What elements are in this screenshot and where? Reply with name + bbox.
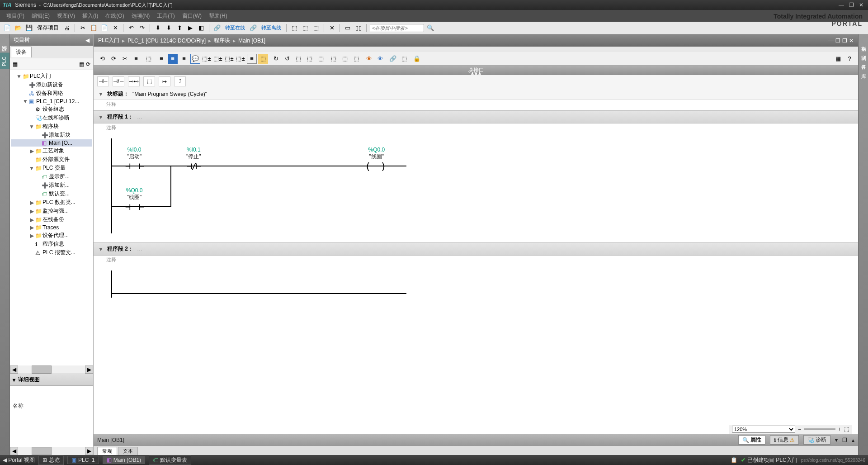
- et-btn-3[interactable]: ✂: [120, 54, 130, 64]
- redo-button[interactable]: ↷: [137, 24, 146, 33]
- palette-coil[interactable]: ⊸⊷: [128, 76, 140, 86]
- palette-nc-contact[interactable]: ⊣/⊢: [113, 76, 124, 86]
- et-network-copy[interactable]: ≡: [179, 54, 189, 64]
- tree-device-config[interactable]: ⚙设备组态: [11, 105, 92, 114]
- et-btn-26[interactable]: 🔗: [388, 54, 398, 64]
- menu-edit[interactable]: 编辑(E): [29, 11, 52, 21]
- et-btn-help[interactable]: ?: [844, 54, 854, 64]
- block-comment[interactable]: 注释: [94, 100, 858, 110]
- search-input[interactable]: [370, 24, 424, 32]
- et-btn-1[interactable]: ⟲: [97, 54, 107, 64]
- scroll-right-icon[interactable]: ▶: [85, 365, 93, 374]
- new-project-button[interactable]: 📄: [3, 24, 12, 33]
- delete-button[interactable]: ✕: [111, 24, 120, 33]
- crumb-project[interactable]: PLC入门: [98, 37, 119, 44]
- tree-tool-2[interactable]: ▦: [79, 61, 84, 67]
- network-2-header[interactable]: ▼ 程序段 2： …: [94, 242, 858, 256]
- et-btn-22[interactable]: ⬚: [340, 54, 350, 64]
- menu-options[interactable]: 选项(N): [129, 11, 153, 21]
- crumb-blocks[interactable]: 程序块: [214, 37, 230, 44]
- et-btn-5[interactable]: ⬚: [144, 54, 154, 64]
- coil-q0-0[interactable]: %Q0.0 "线圈" ( ): [365, 147, 388, 172]
- scroll-left-icon[interactable]: ◀: [10, 447, 18, 455]
- copy-button[interactable]: 📋: [89, 24, 98, 33]
- go-offline-icon[interactable]: 🔗: [249, 24, 258, 33]
- network-2-comment[interactable]: 注释: [94, 256, 858, 266]
- tree-add-block[interactable]: ➕添加新块: [11, 131, 92, 139]
- et-btn-20[interactable]: ⬚: [316, 54, 326, 64]
- et-network-cut[interactable]: ≡: [168, 54, 178, 64]
- print-button[interactable]: 🖨: [62, 24, 71, 33]
- et-btn-11[interactable]: ⬚±: [213, 54, 223, 64]
- zoom-fit-icon[interactable]: ⬚: [844, 426, 849, 432]
- restore-button[interactable]: ❐: [847, 2, 855, 8]
- et-btn-28[interactable]: 🔒: [412, 54, 422, 64]
- editor-minimize-icon[interactable]: —: [828, 38, 834, 44]
- tb-close-icon[interactable]: ✕: [327, 24, 336, 33]
- et-comment[interactable]: 💬: [190, 54, 200, 64]
- palette-branch-close[interactable]: ⤴: [174, 76, 186, 86]
- tree-program-blocks[interactable]: ▼📁程序块: [11, 122, 92, 131]
- props-tab-info[interactable]: ℹ信息⚠: [770, 435, 799, 445]
- et-btn-23[interactable]: ⬚: [351, 54, 361, 64]
- et-btn-14[interactable]: ≡: [247, 54, 257, 64]
- menu-insert[interactable]: 插入(I): [80, 11, 101, 21]
- tree-plc1[interactable]: ▼▣PLC_1 [CPU 12...: [11, 98, 92, 105]
- palette-branch-open[interactable]: ↦: [159, 76, 170, 86]
- et-btn-10[interactable]: ⬚±: [202, 54, 212, 64]
- palette-box[interactable]: ⬚: [143, 76, 155, 86]
- network-1-comment[interactable]: 注释: [94, 123, 858, 134]
- props-maximize-icon[interactable]: ❐: [842, 437, 847, 443]
- collapse-tree-icon[interactable]: ◀: [85, 37, 90, 43]
- et-network-new[interactable]: ≡: [156, 54, 166, 64]
- tree-main-ob1[interactable]: ◧Main [O...: [11, 139, 92, 147]
- editor-close-icon[interactable]: ✕: [849, 38, 854, 44]
- editor-restore-icon[interactable]: ❐: [842, 38, 847, 44]
- et-btn-4[interactable]: ≡: [131, 54, 141, 64]
- et-btn-15[interactable]: ⬚: [258, 54, 268, 64]
- et-btn-12[interactable]: ⬚±: [224, 54, 234, 64]
- right-vtab-instructions[interactable]: 指令: [859, 39, 868, 46]
- network-2-body[interactable]: [94, 266, 858, 311]
- tree-tool-3[interactable]: ⟳: [86, 61, 90, 67]
- crumb-main[interactable]: Main [OB1]: [238, 38, 265, 44]
- tb-icon-1[interactable]: ⬚: [290, 24, 299, 33]
- tree-show-all-tags[interactable]: 🏷显示所...: [11, 172, 92, 181]
- devices-tab[interactable]: 设备: [11, 47, 32, 57]
- tb-icon-3[interactable]: ⬚: [311, 24, 321, 33]
- compile-button[interactable]: ⬇: [153, 24, 162, 33]
- contact-q0-0[interactable]: %Q0.0 "线圈" ⊣ ⊢: [125, 187, 143, 212]
- go-offline-button[interactable]: 转至离线: [259, 24, 283, 31]
- tree-ext-sources[interactable]: 📁外部源文件: [11, 155, 92, 164]
- palette-no-contact[interactable]: ⊣⊢: [97, 76, 109, 86]
- right-vtab-tasks[interactable]: 任务: [859, 57, 868, 64]
- scroll-right-icon[interactable]: ▶: [85, 447, 93, 455]
- props-close-icon[interactable]: ▴: [852, 437, 854, 443]
- menu-tools[interactable]: 工具(T): [154, 11, 177, 21]
- upload-button[interactable]: ⬆: [175, 24, 184, 33]
- et-btn-17[interactable]: ↺: [282, 54, 292, 64]
- go-online-button[interactable]: 转至在线: [223, 24, 247, 31]
- menu-view[interactable]: 视图(V): [54, 11, 78, 21]
- tree-device-proxy[interactable]: ▶📁设备代理...: [11, 231, 92, 240]
- go-online-icon[interactable]: 🔗: [212, 24, 222, 33]
- props-tab-properties[interactable]: 🔍属性: [738, 435, 765, 445]
- et-btn-27[interactable]: ⬚: [399, 54, 409, 64]
- right-vtab-libs[interactable]: 库: [859, 66, 868, 73]
- zoom-slider[interactable]: [804, 428, 835, 430]
- close-button[interactable]: ✕: [857, 2, 865, 8]
- et-btn-2[interactable]: ⟳: [108, 54, 118, 64]
- tree-add-tag-table[interactable]: ➕添加新...: [11, 181, 92, 190]
- paste-button[interactable]: 📄: [100, 24, 109, 33]
- crumb-plc[interactable]: PLC_1 [CPU 1214C DC/DC/Rly]: [127, 38, 206, 44]
- undo-button[interactable]: ↶: [127, 24, 136, 33]
- menu-window[interactable]: 窗口(W): [179, 11, 204, 21]
- sim-button[interactable]: ▶: [186, 24, 195, 33]
- search-button[interactable]: 🔍: [426, 24, 435, 33]
- tree-devices-networks[interactable]: 🖧设备和网络: [11, 89, 92, 98]
- tree-tech-objects[interactable]: ▶📁工艺对象: [11, 147, 92, 155]
- props-subtab-general[interactable]: 常规: [97, 447, 117, 455]
- network-1-header[interactable]: ▼ 程序段 1： …: [94, 110, 858, 123]
- zoom-in-icon[interactable]: +: [838, 426, 841, 432]
- split-v-button[interactable]: ▯▯: [354, 24, 363, 33]
